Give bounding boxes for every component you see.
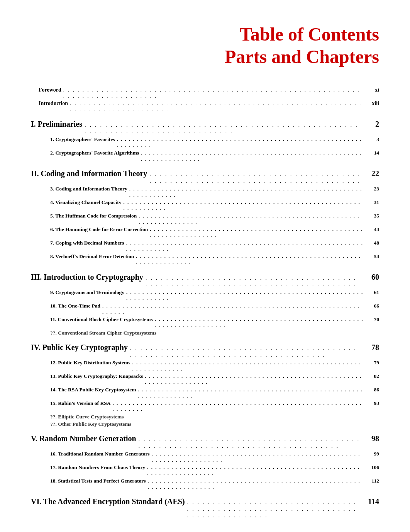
chapter-label: 13. Public Key Cryptography: Knapsacks <box>50 373 143 379</box>
chapter-entry: 3. Coding and Information Theory. . . . … <box>31 186 379 198</box>
chapter-entry: 4. Visualizing Channel Capacity. . . . .… <box>31 199 379 212</box>
part-page: 98 <box>364 434 379 443</box>
part-page: 2 <box>364 120 379 129</box>
part-label: IV. Public Key Cryptography <box>31 343 128 352</box>
indent0-dots: . . . . . . . . . . . . . . . . . . . . … <box>63 87 364 99</box>
chapter-dots: . . . . . . . . . . . . . . . . . . . . … <box>155 316 364 329</box>
chapter-entry: 14. The RSA Public Key Cryptosystem. . .… <box>31 387 379 399</box>
chapter-dots: . . . . . . . . . . . . . . . . . . . . … <box>129 186 364 198</box>
part-label: VI. The Advanced Encryption Standard (AE… <box>31 497 185 506</box>
chapter-entry: 18. Statistical Tests and Perfect Genera… <box>31 478 379 490</box>
part-entry: V. Random Number Generation. . . . . . .… <box>31 434 379 449</box>
part-dots: . . . . . . . . . . . . . . . . . . . . … <box>130 345 361 358</box>
chapter-label: 11. Conventional Block Cipher Cryptosyst… <box>50 316 153 323</box>
chapter-dots: . . . . . . . . . . . . . . . . . . . . … <box>141 150 364 162</box>
chapter-entry: 16. Traditional Random Number Generators… <box>31 451 379 463</box>
chapter-page: 70 <box>366 316 379 323</box>
chapter-entry: 8. Verhoeff's Decimal Error Detection. .… <box>31 253 379 266</box>
indent0-entry: Foreword. . . . . . . . . . . . . . . . … <box>31 87 379 99</box>
part-label: II. Coding and Information Theory <box>31 169 147 178</box>
chapter-dots: . . . . . . . . . . . . . . . . . . . . … <box>145 373 364 386</box>
chapter-page: 3 <box>366 136 379 143</box>
chapter-dots: . . . . . . . . . . . . . . . . . . . . … <box>138 387 364 399</box>
chapter-entry: 17. Random Numbers From Chaos Theory. . … <box>31 464 379 477</box>
chapter-entry: 9. Cryptograms and Terminology. . . . . … <box>31 289 379 302</box>
chapter-page: 44 <box>366 226 379 233</box>
part-label: V. Random Number Generation <box>31 434 136 443</box>
part-page: 78 <box>364 343 379 352</box>
chapter-entry: 11. Conventional Block Cipher Cryptosyst… <box>31 316 379 329</box>
chapter-page: 14 <box>366 150 379 156</box>
chapter-dots: . . . . . . . . . . . . . . . . . . . . … <box>136 253 364 266</box>
chapter-dots: . . . . . . . . . . . . . . . . . . . . … <box>152 451 364 463</box>
toc-container: Foreword. . . . . . . . . . . . . . . . … <box>31 87 379 519</box>
part-label: III. Introduction to Cryptography <box>31 273 143 282</box>
chapter-page: 112 <box>366 478 379 484</box>
page-header: Table of Contents Parts and Chapters <box>31 23 379 68</box>
chapter-entry: 10. The One-Time Pad. . . . . . . . . . … <box>31 303 379 315</box>
chapter-label: 8. Verhoeff's Decimal Error Detection <box>50 253 134 260</box>
chapter-label: 5. The Huffman Code for Compression <box>50 213 137 219</box>
chapter-entry: 1. Cryptographers' Favorites. . . . . . … <box>31 136 379 149</box>
chapter-page: 82 <box>366 373 379 379</box>
title-line2: Parts and Chapters <box>31 46 379 68</box>
indent0-label: Foreword <box>39 87 61 93</box>
chapter-page: 61 <box>366 289 379 296</box>
chapter-label: 10. The One-Time Pad <box>50 303 100 309</box>
chapter-label: 4. Visualizing Channel Capacity <box>50 199 122 206</box>
chapter-label: 16. Traditional Random Number Generators <box>50 451 150 457</box>
chapter-label: 14. The RSA Public Key Cryptosystem <box>50 387 136 393</box>
chapter-entry: 12. Public Key Distribution Systems. . .… <box>31 360 379 372</box>
chapter-page: 99 <box>366 451 379 457</box>
chapter-page: 31 <box>366 199 379 206</box>
missing-entry: ??. Other Public Key Cryptosystems <box>31 421 379 427</box>
chapter-label: 9. Cryptograms and Terminology <box>50 289 124 296</box>
chapter-label: 1. Cryptographers' Favorites <box>50 136 115 143</box>
chapter-dots: . . . . . . . . . . . . . . . . . . . . … <box>147 464 364 477</box>
chapter-dots: . . . . . . . . . . . . . . . . . . . . … <box>132 360 364 372</box>
part-entry: I. Preliminaries. . . . . . . . . . . . … <box>31 120 379 135</box>
chapter-page: 66 <box>366 303 379 309</box>
chapter-page: 93 <box>366 400 379 406</box>
chapter-dots: . . . . . . . . . . . . . . . . . . . . … <box>102 303 364 315</box>
chapter-entry: 6. The Hamming Code for Error Correction… <box>31 226 379 239</box>
indent0-dots: . . . . . . . . . . . . . . . . . . . . … <box>70 100 364 113</box>
chapter-dots: . . . . . . . . . . . . . . . . . . . . … <box>147 478 364 490</box>
chapter-dots: . . . . . . . . . . . . . . . . . . . . … <box>117 136 364 149</box>
part-page: 60 <box>364 273 379 282</box>
chapter-page: 54 <box>366 253 379 260</box>
title-line1: Table of Contents <box>31 23 379 46</box>
part-entry: II. Coding and Information Theory. . . .… <box>31 169 379 184</box>
chapter-page: 48 <box>366 240 379 246</box>
chapter-dots: . . . . . . . . . . . . . . . . . . . . … <box>150 226 364 239</box>
part-dots: . . . . . . . . . . . . . . . . . . . . … <box>187 499 361 519</box>
part-entry: III. Introduction to Cryptography. . . .… <box>31 273 379 288</box>
chapter-label: 2. Cryptographers' Favorite Algorithms <box>50 150 139 156</box>
chapter-entry: 15. Rabin's Version of RSA. . . . . . . … <box>31 400 379 413</box>
chapter-label: 15. Rabin's Version of RSA <box>50 400 110 406</box>
part-entry: VI. The Advanced Encryption Standard (AE… <box>31 497 379 519</box>
chapter-label: 6. The Hamming Code for Error Correction <box>50 226 148 233</box>
part-dots: . . . . . . . . . . . . . . . . . . . . … <box>149 171 361 184</box>
part-dots: . . . . . . . . . . . . . . . . . . . . … <box>139 436 361 449</box>
chapter-dots: . . . . . . . . . . . . . . . . . . . . … <box>112 400 364 413</box>
chapter-page: 106 <box>366 464 379 471</box>
indent0-page: xi <box>366 87 379 93</box>
part-page: 22 <box>364 169 379 178</box>
part-page: 114 <box>364 497 379 506</box>
chapter-page: 35 <box>366 213 379 219</box>
chapter-entry: 2. Cryptographers' Favorite Algorithms. … <box>31 150 379 162</box>
chapter-page: 79 <box>366 360 379 366</box>
chapter-dots: . . . . . . . . . . . . . . . . . . . . … <box>124 199 364 212</box>
chapter-page: 86 <box>366 387 379 393</box>
chapter-label: 12. Public Key Distribution Systems <box>50 360 130 366</box>
part-entry: IV. Public Key Cryptography. . . . . . .… <box>31 343 379 358</box>
part-dots: . . . . . . . . . . . . . . . . . . . . … <box>146 275 361 288</box>
chapter-dots: . . . . . . . . . . . . . . . . . . . . … <box>126 240 364 252</box>
chapter-label: 3. Coding and Information Theory <box>50 186 127 192</box>
chapter-label: 18. Statistical Tests and Perfect Genera… <box>50 478 146 484</box>
chapter-label: 7. Coping with Decimal Numbers <box>50 240 124 246</box>
chapter-page: 23 <box>366 186 379 192</box>
part-dots: . . . . . . . . . . . . . . . . . . . . … <box>85 122 361 135</box>
chapter-entry: 13. Public Key Cryptography: Knapsacks. … <box>31 373 379 386</box>
